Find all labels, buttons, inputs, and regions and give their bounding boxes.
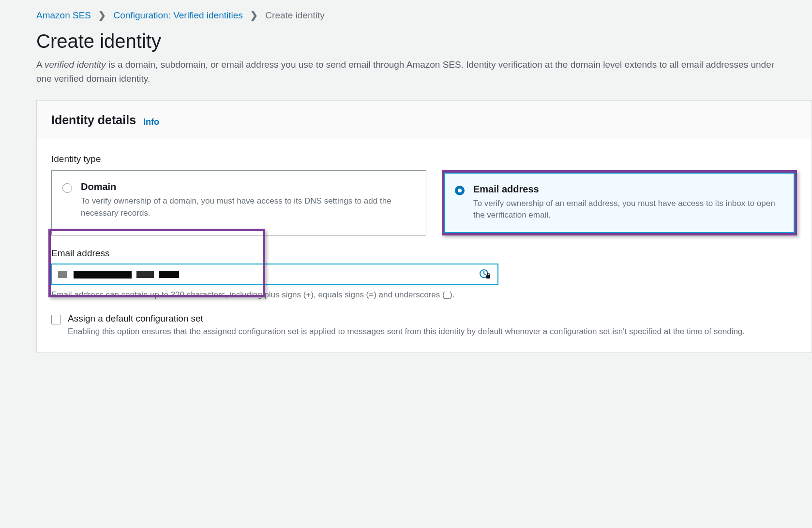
breadcrumb-root[interactable]: Amazon SES [36,10,91,20]
tile-spacer [426,170,442,235]
email-input[interactable] [51,264,498,285]
config-set-title: Assign a default configuration set [68,313,797,324]
radio-checked-icon [455,186,465,195]
redacted-block [159,271,179,278]
subtitle-prefix: A [36,59,45,70]
page-title: Create identity [36,30,776,52]
highlight-email-field [48,229,265,297]
subtitle-rest: is a domain, subdomain, or email address… [36,59,774,84]
chevron-right-icon: ❯ [98,10,106,20]
tile-content: Email address To verify ownership of an … [473,184,782,221]
email-field-wrap: Email address Email ad [51,248,797,300]
info-link[interactable]: Info [143,117,159,127]
identity-type-domain-tile[interactable]: Domain To verify ownership of a domain, … [51,170,426,235]
identity-type-tiles: Domain To verify ownership of a domain, … [51,170,797,235]
panel-body: Identity type Domain To verify ownership… [37,139,812,352]
checkbox-content: Assign a default configuration set Enabl… [68,313,797,338]
config-set-desc: Enabling this option ensures that the as… [68,326,797,338]
config-set-checkbox[interactable] [51,315,61,324]
panel-header: Identity details Info [37,101,812,139]
tile-content: Domain To verify ownership of a domain, … [81,181,413,219]
domain-tile-title: Domain [81,181,413,192]
redacted-block [58,271,67,278]
email-helper-text: Email address can contain up to 320 char… [51,290,797,300]
identity-details-panel: Identity details Info Identity type Doma… [36,100,812,353]
breadcrumb-config[interactable]: Configuration: Verified identities [114,10,243,20]
domain-tile-desc: To verify ownership of a domain, you mus… [81,195,413,219]
svg-rect-1 [486,275,490,279]
page-subtitle: A verified identity is a domain, subdoma… [36,58,776,86]
subtitle-em: verified identity [45,59,106,70]
breadcrumb: Amazon SES ❯ Configuration: Verified ide… [0,10,812,26]
email-tile-desc: To verify ownership of an email address,… [473,198,782,221]
email-tile-title: Email address [473,184,782,195]
password-manager-icon[interactable] [479,269,491,280]
page-header: Create identity A verified identity is a… [0,26,812,100]
page-container: Amazon SES ❯ Configuration: Verified ide… [0,0,812,353]
redacted-block [74,271,132,279]
identity-type-email-tile[interactable]: Email address To verify ownership of an … [444,173,795,233]
redacted-block [136,271,154,278]
panel-title: Identity details [51,113,136,127]
breadcrumb-current: Create identity [265,10,325,20]
chevron-right-icon: ❯ [250,10,258,20]
email-field-label: Email address [51,248,797,259]
highlight-email-tile: Email address To verify ownership of an … [442,170,797,235]
identity-type-label: Identity type [51,154,797,164]
config-set-row: Assign a default configuration set Enabl… [51,313,797,338]
radio-unchecked-icon [62,183,72,193]
